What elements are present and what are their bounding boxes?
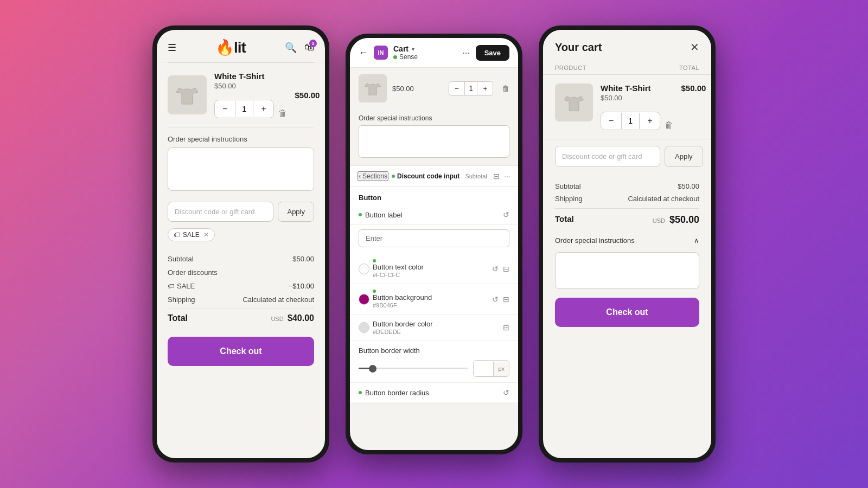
border-width-controls: 1 px [359,360,509,377]
reset-bg-color[interactable]: ↺ [492,295,499,304]
save-button[interactable]: Save [476,45,509,61]
more-border-color[interactable]: ⊟ [503,323,509,332]
bg-color-dot [373,290,376,293]
user-badge: IN [374,46,388,60]
shipping3-label: Shipping [555,195,583,203]
qty-value: 1 [235,101,253,117]
discount-input[interactable] [168,202,273,222]
border-width-slider[interactable] [359,368,468,369]
total3-label: Total [555,214,574,226]
item3-details: White T-Shirt $50.00 − 1 + 🗑 [601,84,673,130]
preview-delete[interactable]: 🗑 [502,84,509,93]
total3-value: USD $50.00 [653,214,699,226]
total3-row: Total USD $50.00 [555,208,699,228]
discount-row: Apply [157,202,325,222]
shipping3-value: Calculated at checkout [628,195,699,203]
preview-qty-decrease[interactable]: − [449,82,464,95]
qty-decrease[interactable]: − [215,100,235,118]
cart-preview: $50.00 − 1 + 🗑 [350,68,518,109]
tag-icon: 🏷 [174,231,180,239]
instructions3-toggle[interactable]: Order special instructions ∧ [555,233,699,248]
shipping-label: Shipping [168,296,195,304]
summary3: Subtotal $50.00 Shipping Calculated at c… [543,172,711,230]
button-label-input-row [350,225,518,254]
cart-dropdown[interactable]: ▾ [412,46,414,52]
sense-label: Sense [393,53,418,61]
item-info: White T-Shirt $50.00 − 1 + 🗑 [214,72,287,118]
section-dot [392,175,395,178]
tag-remove[interactable]: ✕ [203,231,209,239]
reset-label-button[interactable]: ↺ [503,210,509,219]
item3-qty: − 1 + [601,112,660,130]
preview-qty-increase[interactable]: + [477,82,493,95]
instructions-section: Order special instructions [350,109,518,165]
cart-label: Cart [393,44,409,53]
subtotal3-value: $50.00 [678,182,699,190]
reset-border-radius[interactable]: ↺ [503,388,509,397]
item3-qty-val: 1 [621,113,640,129]
total-col-label: TOTAL [679,65,699,71]
qty-increase[interactable]: + [253,100,273,118]
border-radius-label: Button border radius [359,389,429,397]
item3-qty-decrease[interactable]: − [601,112,621,130]
sale-tag-label: 🏷 SALE [168,282,195,290]
delete-item[interactable]: 🗑 [278,108,287,118]
checkout3-button[interactable]: Check out [555,298,699,327]
nav-left: ‹ Sections Discount code input Subtotal [358,171,487,181]
discounts-row: Order discounts [168,266,314,279]
editor-panel: ‹ Sections Discount code input Subtotal … [350,165,518,402]
usd3-label: USD [653,217,665,224]
border-color-swatch[interactable] [359,322,369,333]
border-width-label: Button border width [359,346,509,355]
editor-top-bar: ← IN Cart ▾ Sense ··· Save [350,38,518,68]
back-button[interactable]: ← [359,47,368,59]
bg-color-swatch[interactable] [359,294,369,305]
label-dot [359,213,362,216]
search-button[interactable]: 🔍 [285,42,297,54]
discount-tag: 🏷 SALE ✕ [168,228,215,241]
instructions-textarea[interactable] [359,125,509,158]
more-text-color[interactable]: ⊟ [503,265,509,273]
more-bg-color[interactable]: ⊟ [503,295,509,304]
menu-button[interactable]: ☰ [168,42,176,54]
shipping3-row: Shipping Calculated at checkout [555,192,699,205]
instructions3-textarea[interactable] [555,252,699,289]
more-options-button[interactable]: ··· [462,47,470,59]
border-color-label: Button border color #DEDEDE [359,320,433,335]
cart3-header: Your cart ✕ [543,30,711,61]
tag-icon-2: 🏷 [168,282,175,290]
label-actions: ↺ [503,210,509,219]
apply-button[interactable]: Apply [278,202,314,222]
logo: 🔥lit [215,38,246,56]
reset-text-color[interactable]: ↺ [492,265,499,273]
cart-badge: 1 [309,40,317,47]
header: ☰ 🔥lit 🔍 🛍 1 [157,30,325,62]
cart-item: White T-Shirt $50.00 − 1 + 🗑 $50.00 [157,63,325,127]
cart-columns: PRODUCT TOTAL [543,61,711,75]
text-color-info: Button text color #FCFCFC [373,259,424,278]
apply3-button[interactable]: Apply [665,146,703,167]
copy-button[interactable]: ⊟ [493,172,500,181]
preview-item: $50.00 − 1 + 🗑 [359,74,509,102]
more-button[interactable]: ··· [504,172,510,181]
item3-delete[interactable]: 🗑 [665,120,673,130]
subtotal-sub: Subtotal [465,173,487,179]
sale-amount: −$10.00 [289,282,314,290]
cart-button[interactable]: 🛍 1 [304,42,314,53]
instructions-input[interactable] [168,147,314,191]
sale-row: 🏷 SALE −$10.00 [168,279,314,293]
border-color-row: Button border color #DEDEDE ⊟ [350,314,518,341]
instructions-title: Order special instructions [359,114,509,122]
checkout-button[interactable]: Check out [168,337,314,366]
border-width-input[interactable]: 1 [474,361,493,376]
top-bar-right: ··· Save [462,45,509,61]
discount3-input[interactable] [555,146,660,167]
text-color-swatch[interactable] [359,264,369,274]
close-cart-button[interactable]: ✕ [690,41,699,54]
text-color-actions: ↺ ⊟ [492,265,509,273]
top-bar-left: ← IN Cart ▾ Sense [359,44,418,61]
button-label-input[interactable] [359,229,509,247]
item3-qty-increase[interactable]: + [640,112,660,130]
sections-back-button[interactable]: ‹ Sections [358,171,388,181]
subtotal3-row: Subtotal $50.00 [555,180,699,192]
